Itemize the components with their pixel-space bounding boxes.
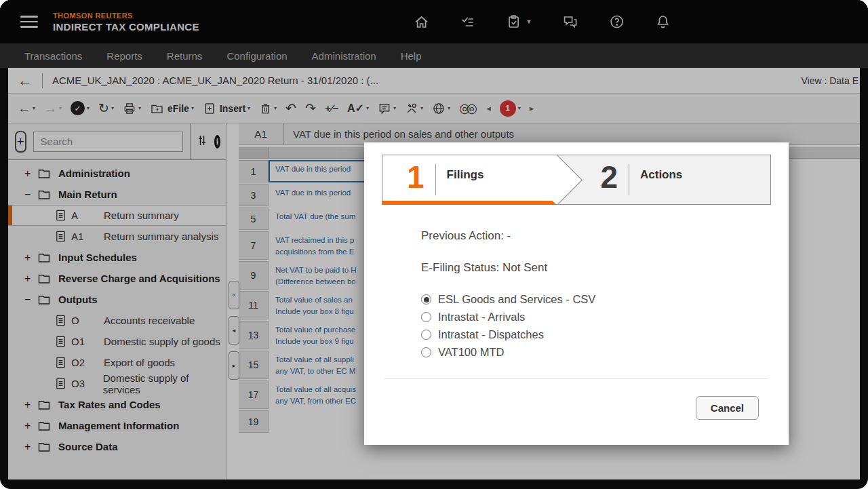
step-label: Filings	[447, 163, 484, 182]
step-label: Actions	[640, 163, 682, 182]
step-divider	[629, 164, 629, 195]
radio-icon[interactable]	[421, 347, 431, 357]
step-number: 1	[407, 163, 425, 193]
radio-option-vat100-mtd[interactable]: VAT100 MTD	[421, 346, 789, 359]
wizard-steps: 1 Filings 2 Actions	[382, 155, 771, 205]
step-divider	[435, 164, 436, 195]
efiling-wizard-dialog: 1 Filings 2 Actions Previous Action: - E…	[364, 142, 789, 445]
step-number: 2	[600, 163, 618, 193]
modal-footer-divider	[384, 378, 768, 379]
radio-option-intrastat-dispatches[interactable]: Intrastat - Dispatches	[421, 328, 789, 341]
app-window: THOMSON REUTERS INDIRECT TAX COMPLIANCE …	[0, 0, 868, 489]
cancel-button[interactable]: Cancel	[696, 396, 759, 420]
previous-action-text: Previous Action: -	[421, 229, 789, 243]
radio-option-intrastat-arrivals[interactable]: Intrastat - Arrivals	[421, 311, 789, 324]
efiling-status-text: E-Filing Status: Not Sent	[421, 261, 789, 275]
radio-label: Intrastat - Dispatches	[438, 328, 544, 341]
radio-icon[interactable]	[421, 312, 431, 322]
radio-selected-icon[interactable]	[421, 294, 431, 305]
radio-option-esl-goods-services-csv[interactable]: ESL Goods and Services - CSV	[421, 293, 789, 306]
wizard-body: Previous Action: - E-Filing Status: Not …	[364, 205, 789, 359]
radio-label: Intrastat - Arrivals	[438, 311, 525, 324]
wizard-step-actions[interactable]: 2 Actions	[557, 155, 770, 204]
wizard-step-filings[interactable]: 1 Filings	[382, 155, 557, 204]
filing-options-group: ESL Goods and Services - CSV Intrastat -…	[421, 293, 789, 359]
radio-label: VAT100 MTD	[438, 346, 505, 359]
radio-label: ESL Goods and Services - CSV	[438, 293, 595, 306]
radio-icon[interactable]	[421, 330, 431, 340]
